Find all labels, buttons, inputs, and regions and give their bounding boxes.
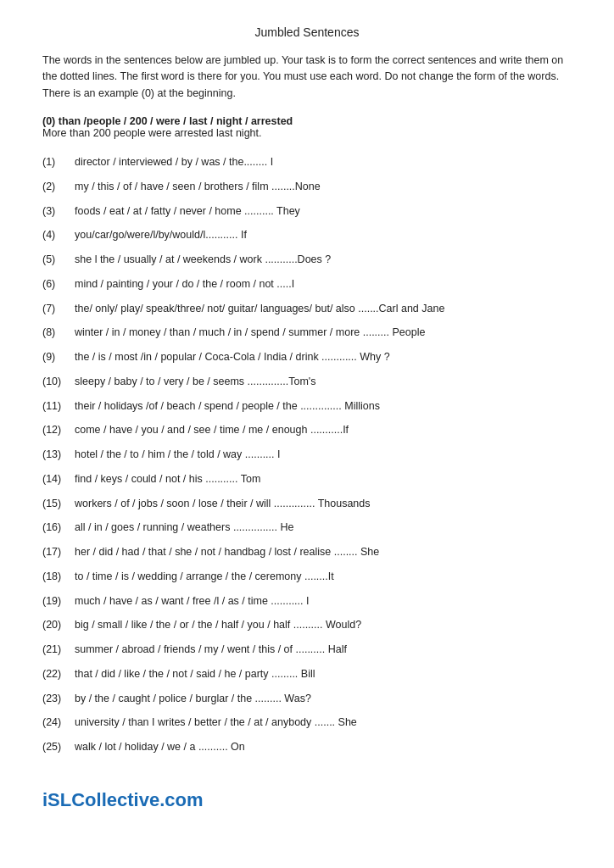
sentence-number: (16) xyxy=(42,520,75,536)
sentence-number: (1) xyxy=(42,154,75,170)
sentence-number: (24) xyxy=(42,715,75,731)
instructions-text: The words in the sentences below are jum… xyxy=(42,53,572,102)
sentence-text: winter / in / money / than / much / in /… xyxy=(75,325,572,341)
sentence-number: (14) xyxy=(42,471,75,487)
sentence-text: foods / eat / at / fatty / never / home … xyxy=(75,203,572,220)
sentence-text: she l the / usually / at / weekends / wo… xyxy=(75,252,572,268)
sentence-text: come / have / you / and / see / time / m… xyxy=(75,422,572,438)
sentences-list: (1)director / interviewed / by / was / t… xyxy=(42,154,572,755)
sentence-text: all / in / goes / running / weathers ...… xyxy=(75,520,572,536)
sentence-text: mind / painting / your / do / the / room… xyxy=(75,276,572,292)
sentence-number: (11) xyxy=(42,398,75,415)
sentence-text: that / did / like / the / not / said / h… xyxy=(75,666,572,682)
example-answer: More than 200 people were arrested last … xyxy=(42,127,572,139)
sentence-number: (9) xyxy=(42,349,75,365)
list-item: (8)winter / in / money / than / much / i… xyxy=(42,325,572,341)
sentence-text: big / small / like / the / or / the / ha… xyxy=(75,617,572,633)
list-item: (12)come / have / you / and / see / time… xyxy=(42,422,572,438)
footer-logo: iSLCollective.com xyxy=(42,789,572,811)
list-item: (1)director / interviewed / by / was / t… xyxy=(42,154,572,170)
sentence-number: (18) xyxy=(42,569,75,585)
sentence-number: (25) xyxy=(42,739,75,755)
list-item: (9)the / is / most /in / popular / Coca-… xyxy=(42,349,572,365)
sentence-number: (8) xyxy=(42,325,75,341)
sentence-text: workers / of / jobs / soon / lose / thei… xyxy=(75,496,572,512)
sentence-text: the/ only/ play/ speak/three/ not/ guita… xyxy=(75,301,572,317)
list-item: (18)to / time / is / wedding / arrange /… xyxy=(42,569,572,585)
page-title: Jumbled Sentences xyxy=(42,25,572,39)
list-item: (25)walk / lot / holiday / we / a ......… xyxy=(42,739,572,755)
list-item: (21)summer / abroad / friends / my / wen… xyxy=(42,642,572,658)
list-item: (13)hotel / the / to / him / the / told … xyxy=(42,447,572,463)
example-prompt: (0) than /people / 200 / were / last / n… xyxy=(42,115,572,127)
sentence-text: director / interviewed / by / was / the.… xyxy=(75,154,572,170)
sentence-text: her / did / had / that / she / not / han… xyxy=(75,544,572,560)
list-item: (22)that / did / like / the / not / said… xyxy=(42,666,572,682)
sentence-text: university / than I writes / better / th… xyxy=(75,715,572,731)
sentence-number: (5) xyxy=(42,252,75,268)
sentence-text: the / is / most /in / popular / Coca-Col… xyxy=(75,349,572,365)
sentence-number: (23) xyxy=(42,691,75,707)
list-item: (10)sleepy / baby / to / very / be / see… xyxy=(42,374,572,390)
sentence-text: their / holidays /of / beach / spend / p… xyxy=(75,398,572,415)
sentence-number: (6) xyxy=(42,276,75,292)
sentence-number: (3) xyxy=(42,203,75,220)
list-item: (17)her / did / had / that / she / not /… xyxy=(42,544,572,560)
list-item: (11)their / holidays /of / beach / spend… xyxy=(42,398,572,415)
sentence-number: (12) xyxy=(42,422,75,438)
list-item: (2)my / this / of / have / seen / brothe… xyxy=(42,179,572,195)
list-item: (7)the/ only/ play/ speak/three/ not/ gu… xyxy=(42,301,572,317)
sentence-number: (15) xyxy=(42,496,75,512)
sentence-text: walk / lot / holiday / we / a ..........… xyxy=(75,739,572,755)
list-item: (5)she l the / usually / at / weekends /… xyxy=(42,252,572,268)
sentence-number: (19) xyxy=(42,593,75,609)
list-item: (23)by / the / caught / police / burglar… xyxy=(42,691,572,707)
sentence-number: (7) xyxy=(42,301,75,317)
list-item: (14)find / keys / could / not / his ....… xyxy=(42,471,572,487)
sentence-number: (13) xyxy=(42,447,75,463)
sentence-text: summer / abroad / friends / my / went / … xyxy=(75,642,572,658)
example-block: (0) than /people / 200 / were / last / n… xyxy=(42,115,572,139)
sentence-number: (20) xyxy=(42,617,75,633)
sentence-text: my / this / of / have / seen / brothers … xyxy=(75,179,572,195)
list-item: (15)workers / of / jobs / soon / lose / … xyxy=(42,496,572,512)
list-item: (4)you/car/go/were/l/by/would/l.........… xyxy=(42,227,572,243)
list-item: (3)foods / eat / at / fatty / never / ho… xyxy=(42,203,572,220)
sentence-number: (22) xyxy=(42,666,75,682)
list-item: (19)much / have / as / want / free /l / … xyxy=(42,593,572,609)
sentence-number: (21) xyxy=(42,642,75,658)
sentence-number: (4) xyxy=(42,227,75,243)
sentence-text: you/car/go/were/l/by/would/l........... … xyxy=(75,227,572,243)
list-item: (20)big / small / like / the / or / the … xyxy=(42,617,572,633)
sentence-text: to / time / is / wedding / arrange / the… xyxy=(75,569,572,585)
sentence-number: (2) xyxy=(42,179,75,195)
sentence-text: hotel / the / to / him / the / told / wa… xyxy=(75,447,572,463)
sentence-number: (10) xyxy=(42,374,75,390)
sentence-text: by / the / caught / police / burglar / t… xyxy=(75,691,572,707)
list-item: (6)mind / painting / your / do / the / r… xyxy=(42,276,572,292)
sentence-text: sleepy / baby / to / very / be / seems .… xyxy=(75,374,572,390)
sentence-number: (17) xyxy=(42,544,75,560)
sentence-text: much / have / as / want / free /l / as /… xyxy=(75,593,572,609)
list-item: (16)all / in / goes / running / weathers… xyxy=(42,520,572,536)
list-item: (24)university / than I writes / better … xyxy=(42,715,572,731)
sentence-text: find / keys / could / not / his ........… xyxy=(75,471,572,487)
